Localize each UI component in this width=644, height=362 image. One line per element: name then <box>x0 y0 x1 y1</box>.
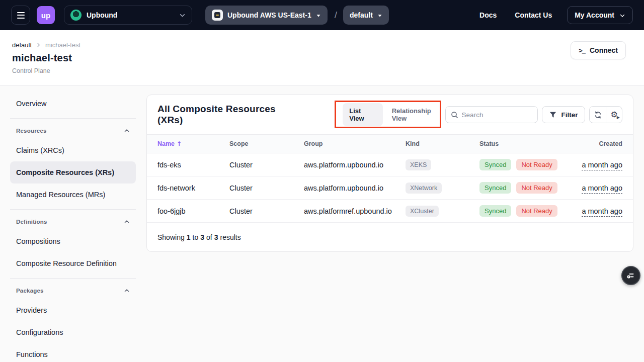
filter-label: Filter <box>561 111 578 119</box>
created-timestamp[interactable]: a month ago <box>582 207 622 217</box>
path-separator: / <box>335 10 337 21</box>
control-plane-icon <box>212 10 223 21</box>
synced-status-badge: Synced <box>479 159 511 170</box>
sidebar-item-composite-resources[interactable]: Composite Resources (XRs) <box>10 161 136 184</box>
chevron-up-icon <box>124 219 130 225</box>
list-view-tab[interactable]: List View <box>343 103 383 126</box>
resource-group: aws.platform.upbound.io <box>304 161 406 169</box>
synced-status-badge: Synced <box>479 182 511 194</box>
filter-funnel-icon <box>549 112 556 118</box>
resource-name[interactable]: fds-network <box>157 184 229 192</box>
breadcrumb: default michael-test <box>12 41 626 49</box>
docs-link[interactable]: Docs <box>479 11 497 19</box>
sidebar-item-providers[interactable]: Providers <box>10 299 136 321</box>
table-row[interactable]: fds-network Cluster aws.platform.upbound… <box>147 176 633 200</box>
resource-name[interactable]: fds-eks <box>157 161 229 169</box>
kind-badge: XCluster <box>406 206 439 217</box>
chevron-right-icon <box>36 42 41 48</box>
group-name: default <box>350 11 373 19</box>
table-results-summary: Showing 1 to 3 of 3 results <box>147 223 633 251</box>
section-title: Definitions <box>16 219 47 225</box>
chevron-down-icon <box>179 12 186 19</box>
page-subtitle: Control Plane <box>12 67 626 74</box>
column-header-kind[interactable]: Kind <box>406 140 479 147</box>
chevron-up-icon <box>124 288 130 294</box>
caret-down-icon <box>377 13 382 18</box>
connect-button[interactable]: >_ Connect <box>571 41 626 59</box>
play-icon: ▶ <box>617 115 620 120</box>
synced-status-badge: Synced <box>479 205 511 217</box>
created-timestamp[interactable]: a month ago <box>582 184 622 194</box>
my-account-menu[interactable]: My Account <box>567 6 633 24</box>
sidebar-item-configurations[interactable]: Configurations <box>10 321 136 343</box>
sidebar-section-packages[interactable]: Packages <box>10 282 136 299</box>
caret-down-icon <box>316 13 321 18</box>
breadcrumb-current: michael-test <box>45 41 80 49</box>
resource-group: aws.platform.upbound.io <box>304 184 406 192</box>
chevron-down-icon <box>619 13 625 19</box>
sidebar-item-compositions[interactable]: Compositions <box>10 230 136 252</box>
top-navigation-bar: up Upbound Upbound AWS US-East-1 / defau… <box>0 0 644 30</box>
contact-us-link[interactable]: Contact Us <box>515 11 552 19</box>
sort-ascending-icon: ↑ <box>177 140 182 147</box>
feedback-icon <box>626 270 636 281</box>
sidebar-item-composite-resource-definition[interactable]: Composite Resource Definition <box>10 252 136 275</box>
control-plane-switcher[interactable]: Upbound AWS US-East-1 <box>205 6 328 25</box>
logo-text: up <box>41 11 50 20</box>
created-timestamp[interactable]: a month ago <box>582 161 622 170</box>
table-actions-group: ⚙ ▶ <box>589 106 622 123</box>
section-title: Resources <box>16 128 47 134</box>
resource-scope: Cluster <box>229 207 304 215</box>
column-header-scope[interactable]: Scope <box>229 140 304 147</box>
view-toggle: List View Relationship View <box>343 103 445 126</box>
sidebar-section-resources[interactable]: Resources <box>10 122 136 139</box>
result-to: 3 <box>200 233 204 241</box>
group-switcher[interactable]: default <box>343 6 389 25</box>
kind-badge: XEKS <box>406 159 431 170</box>
filter-button[interactable]: Filter <box>542 106 585 123</box>
table-header-row: Name ↑ Scope Group Kind Status Created <box>147 134 633 153</box>
table-row[interactable]: fds-eks Cluster aws.platform.upbound.io … <box>147 153 633 176</box>
org-name: Upbound <box>87 11 174 19</box>
result-from: 1 <box>187 233 191 241</box>
content-area: Overview Resources Claims (XRCs) Composi… <box>0 85 644 362</box>
not-ready-status-badge: Not Ready <box>516 159 557 170</box>
search-icon <box>451 111 458 119</box>
divider <box>10 118 136 119</box>
search-input[interactable] <box>462 111 533 119</box>
organization-switcher[interactable]: Upbound <box>64 6 192 25</box>
table-row[interactable]: foo-6jgjb Cluster aws.platformref.upboun… <box>147 200 633 223</box>
composite-resources-panel: All Composite Resources (XRs) List View … <box>146 95 633 252</box>
refresh-button[interactable] <box>590 107 606 123</box>
relationship-view-tab[interactable]: Relationship View <box>392 107 445 122</box>
search-box <box>445 106 538 123</box>
resource-scope: Cluster <box>229 184 304 192</box>
resource-scope: Cluster <box>229 161 304 169</box>
column-header-status[interactable]: Status <box>479 140 573 147</box>
section-title: Packages <box>16 288 44 294</box>
breadcrumb-root[interactable]: default <box>12 41 32 49</box>
result-total: 3 <box>214 233 218 241</box>
column-header-name[interactable]: Name ↑ <box>157 140 229 147</box>
resource-name[interactable]: foo-6jgjb <box>157 207 229 215</box>
sidebar-item-managed-resources[interactable]: Managed Resources (MRs) <box>10 184 136 206</box>
sidebar-item-overview[interactable]: Overview <box>10 93 136 115</box>
org-avatar-icon <box>70 10 82 21</box>
panel-header: All Composite Resources (XRs) List View … <box>147 95 633 134</box>
resource-group: aws.platformref.upbound.io <box>304 207 406 215</box>
column-header-created[interactable]: Created <box>599 140 622 147</box>
kind-badge: XNetwork <box>406 183 442 194</box>
refresh-icon <box>594 111 602 119</box>
sidebar-item-functions[interactable]: Functions <box>10 343 136 362</box>
chevron-up-icon <box>124 128 130 134</box>
sidebar-item-claims[interactable]: Claims (XRCs) <box>10 139 136 161</box>
sidebar: Overview Resources Claims (XRCs) Composi… <box>10 85 136 362</box>
auto-refresh-settings-button[interactable]: ⚙ ▶ <box>606 107 622 123</box>
sidebar-section-definitions[interactable]: Definitions <box>10 213 136 230</box>
column-header-group[interactable]: Group <box>304 140 406 147</box>
hamburger-menu-button[interactable] <box>11 6 30 25</box>
upbound-logo[interactable]: up <box>37 6 55 24</box>
my-account-label: My Account <box>575 11 614 19</box>
feedback-widget-button[interactable] <box>621 266 640 285</box>
page-title: michael-test <box>12 52 626 64</box>
